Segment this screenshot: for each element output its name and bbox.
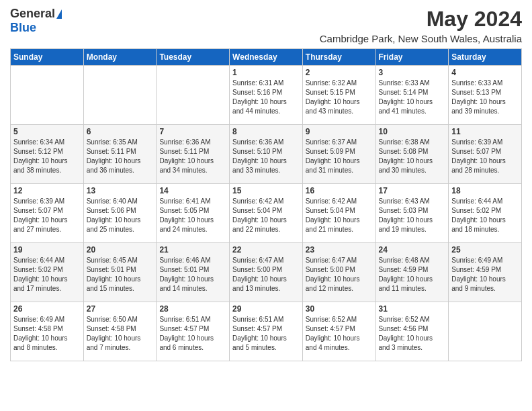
- calendar-cell: 15Sunrise: 6:42 AM Sunset: 5:04 PM Dayli…: [230, 184, 303, 243]
- day-number: 27: [87, 304, 154, 314]
- calendar-cell: 7Sunrise: 6:36 AM Sunset: 5:11 PM Daylig…: [157, 125, 230, 184]
- logo-general: General: [10, 7, 55, 21]
- day-info: Sunrise: 6:39 AM Sunset: 5:07 PM Dayligh…: [13, 197, 81, 234]
- weekday-header-sunday: Sunday: [11, 49, 84, 66]
- calendar-cell: 16Sunrise: 6:42 AM Sunset: 5:04 PM Dayli…: [302, 184, 375, 243]
- calendar-cell: 11Sunrise: 6:39 AM Sunset: 5:07 PM Dayli…: [449, 125, 522, 184]
- day-info: Sunrise: 6:48 AM Sunset: 4:59 PM Dayligh…: [379, 256, 446, 293]
- calendar-cell: 2Sunrise: 6:32 AM Sunset: 5:15 PM Daylig…: [302, 66, 375, 125]
- day-info: Sunrise: 6:52 AM Sunset: 4:57 PM Dayligh…: [306, 315, 373, 353]
- day-number: 29: [232, 304, 300, 314]
- calendar-cell: 6Sunrise: 6:35 AM Sunset: 5:11 PM Daylig…: [83, 125, 157, 184]
- subtitle: Cambridge Park, New South Wales, Austral…: [320, 33, 522, 44]
- calendar-cell: 24Sunrise: 6:48 AM Sunset: 4:59 PM Dayli…: [375, 243, 449, 302]
- calendar-week-2: 5Sunrise: 6:34 AM Sunset: 5:12 PM Daylig…: [11, 125, 522, 184]
- day-number: 25: [451, 245, 519, 255]
- calendar-cell: 31Sunrise: 6:52 AM Sunset: 4:56 PM Dayli…: [375, 302, 449, 361]
- day-info: Sunrise: 6:35 AM Sunset: 5:11 PM Dayligh…: [87, 138, 154, 175]
- day-number: 1: [232, 68, 300, 77]
- weekday-header-tuesday: Tuesday: [157, 49, 230, 66]
- day-info: Sunrise: 6:39 AM Sunset: 5:07 PM Dayligh…: [451, 138, 519, 175]
- day-number: 14: [159, 186, 226, 195]
- day-info: Sunrise: 6:52 AM Sunset: 4:56 PM Dayligh…: [379, 315, 446, 353]
- day-info: Sunrise: 6:41 AM Sunset: 5:05 PM Dayligh…: [159, 197, 226, 234]
- day-number: 28: [159, 304, 226, 314]
- day-number: 8: [232, 127, 300, 136]
- calendar-week-3: 12Sunrise: 6:39 AM Sunset: 5:07 PM Dayli…: [11, 184, 522, 243]
- calendar-table: SundayMondayTuesdayWednesdayThursdayFrid…: [10, 48, 522, 361]
- calendar-cell: 25Sunrise: 6:49 AM Sunset: 4:59 PM Dayli…: [449, 243, 522, 302]
- calendar-cell: 5Sunrise: 6:34 AM Sunset: 5:12 PM Daylig…: [11, 125, 84, 184]
- calendar-cell: 23Sunrise: 6:47 AM Sunset: 5:00 PM Dayli…: [302, 243, 375, 302]
- weekday-header-thursday: Thursday: [302, 49, 375, 66]
- day-info: Sunrise: 6:51 AM Sunset: 4:57 PM Dayligh…: [232, 315, 300, 353]
- calendar-cell: 28Sunrise: 6:51 AM Sunset: 4:57 PM Dayli…: [157, 302, 230, 361]
- day-number: 24: [379, 245, 446, 255]
- day-info: Sunrise: 6:37 AM Sunset: 5:09 PM Dayligh…: [306, 138, 373, 175]
- day-number: 13: [87, 186, 154, 195]
- day-info: Sunrise: 6:44 AM Sunset: 5:02 PM Dayligh…: [13, 256, 81, 293]
- day-number: 12: [13, 186, 81, 195]
- weekday-header-saturday: Saturday: [449, 49, 522, 66]
- logo-icon: [56, 9, 62, 19]
- day-info: Sunrise: 6:49 AM Sunset: 4:59 PM Dayligh…: [451, 256, 519, 293]
- calendar-cell: 27Sunrise: 6:50 AM Sunset: 4:58 PM Dayli…: [83, 302, 157, 361]
- calendar-cell: 14Sunrise: 6:41 AM Sunset: 5:05 PM Dayli…: [157, 184, 230, 243]
- day-info: Sunrise: 6:44 AM Sunset: 5:02 PM Dayligh…: [451, 197, 519, 234]
- day-number: 10: [379, 127, 446, 136]
- weekday-header-friday: Friday: [375, 49, 449, 66]
- day-number: 4: [451, 68, 519, 77]
- weekday-header-monday: Monday: [83, 49, 157, 66]
- day-number: 31: [379, 304, 446, 314]
- day-number: 3: [379, 68, 446, 77]
- day-info: Sunrise: 6:42 AM Sunset: 5:04 PM Dayligh…: [232, 197, 300, 234]
- calendar-cell: 21Sunrise: 6:46 AM Sunset: 5:01 PM Dayli…: [157, 243, 230, 302]
- day-number: 17: [379, 186, 446, 195]
- page-header: General Blue May 2024 Cambridge Park, Ne…: [10, 7, 522, 44]
- day-info: Sunrise: 6:49 AM Sunset: 4:58 PM Dayligh…: [13, 315, 81, 353]
- day-number: 30: [306, 304, 373, 314]
- day-info: Sunrise: 6:33 AM Sunset: 5:14 PM Dayligh…: [379, 79, 446, 116]
- day-number: 6: [87, 127, 154, 136]
- day-number: 2: [306, 68, 373, 77]
- day-number: 9: [306, 127, 373, 136]
- day-info: Sunrise: 6:42 AM Sunset: 5:04 PM Dayligh…: [306, 197, 373, 234]
- day-info: Sunrise: 6:43 AM Sunset: 5:03 PM Dayligh…: [379, 197, 446, 234]
- calendar-cell: 4Sunrise: 6:33 AM Sunset: 5:13 PM Daylig…: [449, 66, 522, 125]
- calendar-cell: 19Sunrise: 6:44 AM Sunset: 5:02 PM Dayli…: [11, 243, 84, 302]
- calendar-cell: 10Sunrise: 6:38 AM Sunset: 5:08 PM Dayli…: [375, 125, 449, 184]
- calendar-cell: [449, 302, 522, 361]
- calendar-cell: 30Sunrise: 6:52 AM Sunset: 4:57 PM Dayli…: [302, 302, 375, 361]
- calendar-cell: 8Sunrise: 6:36 AM Sunset: 5:10 PM Daylig…: [230, 125, 303, 184]
- calendar-cell: 20Sunrise: 6:45 AM Sunset: 5:01 PM Dayli…: [83, 243, 157, 302]
- day-number: 20: [87, 245, 154, 255]
- day-info: Sunrise: 6:38 AM Sunset: 5:08 PM Dayligh…: [379, 138, 446, 175]
- day-info: Sunrise: 6:46 AM Sunset: 5:01 PM Dayligh…: [159, 256, 226, 293]
- calendar-week-4: 19Sunrise: 6:44 AM Sunset: 5:02 PM Dayli…: [11, 243, 522, 302]
- calendar-cell: 1Sunrise: 6:31 AM Sunset: 5:16 PM Daylig…: [230, 66, 303, 125]
- day-info: Sunrise: 6:47 AM Sunset: 5:00 PM Dayligh…: [232, 256, 300, 293]
- weekday-header-row: SundayMondayTuesdayWednesdayThursdayFrid…: [11, 49, 522, 66]
- main-title: May 2024: [320, 7, 522, 32]
- calendar-cell: 22Sunrise: 6:47 AM Sunset: 5:00 PM Dayli…: [230, 243, 303, 302]
- calendar-cell: 3Sunrise: 6:33 AM Sunset: 5:14 PM Daylig…: [375, 66, 449, 125]
- day-info: Sunrise: 6:34 AM Sunset: 5:12 PM Dayligh…: [13, 138, 81, 175]
- day-number: 21: [159, 245, 226, 255]
- day-number: 16: [306, 186, 373, 195]
- day-info: Sunrise: 6:40 AM Sunset: 5:06 PM Dayligh…: [87, 197, 154, 234]
- day-number: 26: [13, 304, 81, 314]
- day-number: 22: [232, 245, 300, 255]
- day-number: 19: [13, 245, 81, 255]
- calendar-cell: [157, 66, 230, 125]
- logo-blue: Blue: [10, 21, 36, 35]
- calendar-cell: 18Sunrise: 6:44 AM Sunset: 5:02 PM Dayli…: [449, 184, 522, 243]
- calendar-cell: 12Sunrise: 6:39 AM Sunset: 5:07 PM Dayli…: [11, 184, 84, 243]
- day-info: Sunrise: 6:50 AM Sunset: 4:58 PM Dayligh…: [87, 315, 154, 353]
- day-info: Sunrise: 6:36 AM Sunset: 5:10 PM Dayligh…: [232, 138, 300, 175]
- day-number: 23: [306, 245, 373, 255]
- calendar-week-1: 1Sunrise: 6:31 AM Sunset: 5:16 PM Daylig…: [11, 66, 522, 125]
- day-number: 18: [451, 186, 519, 195]
- day-number: 5: [13, 127, 81, 136]
- day-info: Sunrise: 6:32 AM Sunset: 5:15 PM Dayligh…: [306, 79, 373, 116]
- calendar-cell: 17Sunrise: 6:43 AM Sunset: 5:03 PM Dayli…: [375, 184, 449, 243]
